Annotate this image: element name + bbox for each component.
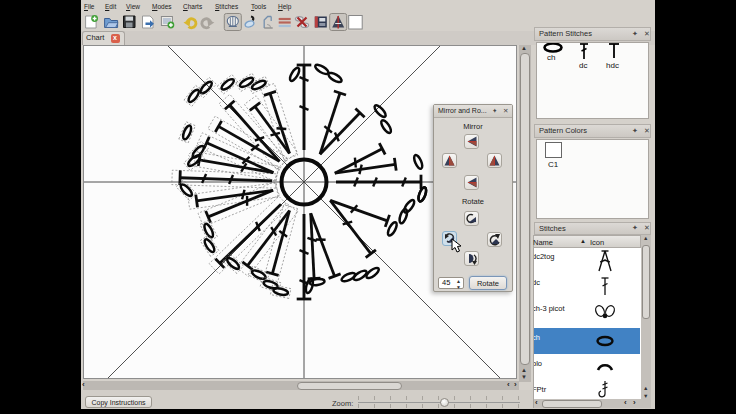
svg-text:dc: dc (579, 61, 587, 70)
svg-text:ch: ch (547, 53, 555, 62)
svg-text:hdc: hdc (606, 61, 619, 70)
